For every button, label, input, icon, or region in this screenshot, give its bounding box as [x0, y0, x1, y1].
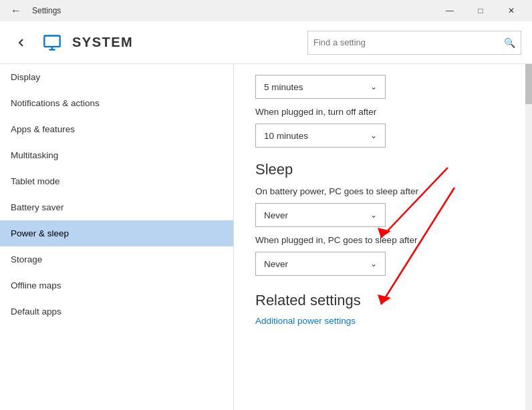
main-wrapper: 5 minutes ⌄ When plugged in, turn off af… — [234, 64, 532, 410]
maximize-button[interactable]: □ — [465, 0, 496, 21]
search-input[interactable] — [313, 37, 504, 47]
top-dropdown-arrow: ⌄ — [370, 82, 377, 91]
plugged-off-arrow: ⌄ — [370, 131, 377, 140]
sidebar-item-label: Notifications & actions — [11, 98, 100, 108]
sidebar-item-label: Tablet mode — [11, 176, 60, 186]
minimize-button[interactable]: — — [434, 0, 465, 21]
sidebar-item-notifications[interactable]: Notifications & actions — [0, 90, 233, 116]
sidebar-item-power[interactable]: Power & sleep — [0, 220, 233, 246]
battery-sleep-label: On battery power, PC goes to sleep after — [255, 186, 511, 196]
plugged-sleep-value: Never — [264, 259, 288, 269]
close-button[interactable]: ✕ — [496, 0, 527, 21]
sidebar-item-label: Display — [11, 72, 40, 82]
content-area: Display Notifications & actions Apps & f… — [0, 64, 532, 410]
titlebar: ← Settings — □ ✕ — [0, 0, 532, 21]
plugged-off-label: When plugged in, turn off after — [255, 107, 511, 117]
scrollbar-thumb[interactable] — [525, 64, 532, 104]
search-icon: 🔍 — [504, 37, 515, 48]
header-title: SYSTEM — [72, 35, 133, 50]
top-dropdown-value: 5 minutes — [264, 82, 303, 92]
sidebar-item-offline-maps[interactable]: Offline maps — [0, 272, 233, 298]
system-icon — [40, 31, 64, 55]
sidebar-item-label: Apps & features — [11, 124, 75, 134]
settings-window: ← Settings — □ ✕ SYSTEM — [0, 0, 532, 410]
titlebar-controls: — □ ✕ — [434, 0, 527, 21]
plugged-sleep-label: When plugged in, PC goes to sleep after — [255, 235, 511, 245]
sidebar-item-display[interactable]: Display — [0, 64, 233, 90]
plugged-off-section: When plugged in, turn off after 10 minut… — [255, 107, 511, 148]
battery-sleep-arrow: ⌄ — [370, 210, 377, 220]
sidebar-item-label: Storage — [11, 254, 42, 264]
window-title: Settings — [32, 6, 61, 15]
sidebar-item-storage[interactable]: Storage — [0, 246, 233, 272]
battery-sleep-value: Never — [264, 210, 288, 220]
back-button[interactable]: ← — [5, 0, 27, 21]
titlebar-left: ← Settings — [5, 0, 61, 21]
top-dropdown-section: 5 minutes ⌄ — [255, 75, 511, 99]
monitor-icon — [43, 33, 61, 52]
svg-rect-0 — [44, 35, 59, 46]
nav-back-button[interactable] — [11, 32, 32, 53]
sidebar-item-label: Offline maps — [11, 280, 61, 290]
sidebar-item-default-apps[interactable]: Default apps — [0, 298, 233, 325]
sidebar-item-label: Default apps — [11, 306, 61, 317]
header: SYSTEM 🔍 — [0, 21, 532, 64]
battery-sleep-section: On battery power, PC goes to sleep after… — [255, 186, 511, 227]
battery-sleep-dropdown[interactable]: Never ⌄ — [255, 203, 386, 227]
sidebar-item-tablet[interactable]: Tablet mode — [0, 168, 233, 194]
search-box[interactable]: 🔍 — [307, 31, 521, 55]
back-icon — [16, 37, 27, 48]
main-content: 5 minutes ⌄ When plugged in, turn off af… — [234, 64, 532, 348]
sidebar-item-label: Battery saver — [11, 202, 64, 212]
additional-power-link[interactable]: Additional power settings — [255, 316, 356, 326]
sidebar-item-multitasking[interactable]: Multitasking — [0, 142, 233, 168]
sidebar: Display Notifications & actions Apps & f… — [0, 64, 234, 410]
plugged-sleep-dropdown[interactable]: Never ⌄ — [255, 252, 386, 276]
sidebar-item-battery[interactable]: Battery saver — [0, 194, 233, 220]
top-dropdown[interactable]: 5 minutes ⌄ — [255, 75, 386, 99]
plugged-off-dropdown[interactable]: 10 minutes ⌄ — [255, 124, 386, 148]
sidebar-item-label: Multitasking — [11, 150, 58, 160]
plugged-off-value: 10 minutes — [264, 131, 308, 141]
scrollbar-track[interactable] — [525, 64, 532, 410]
sidebar-item-apps[interactable]: Apps & features — [0, 116, 233, 142]
plugged-sleep-section: When plugged in, PC goes to sleep after … — [255, 235, 511, 276]
header-left: SYSTEM — [11, 31, 133, 55]
related-heading: Related settings — [255, 292, 511, 309]
sidebar-item-label: Power & sleep — [11, 228, 69, 238]
plugged-sleep-arrow: ⌄ — [370, 259, 377, 268]
sleep-heading: Sleep — [255, 161, 511, 178]
